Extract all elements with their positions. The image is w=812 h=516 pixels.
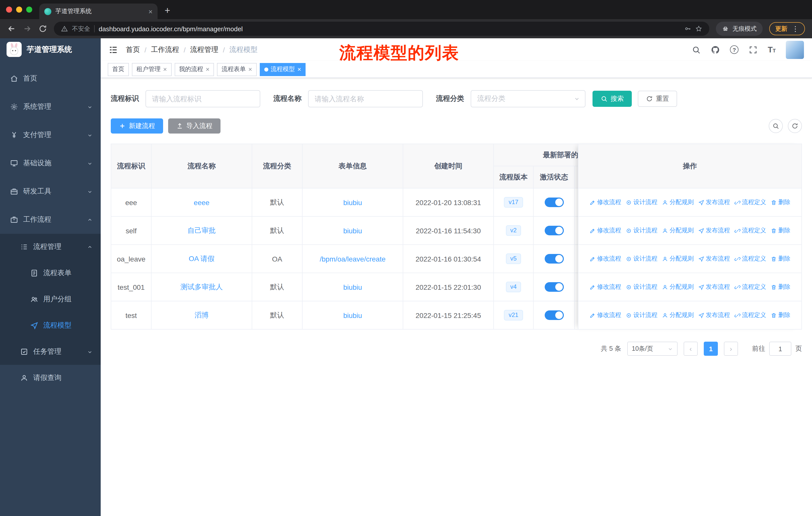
design-process-action[interactable]: 设计流程 xyxy=(626,226,658,235)
github-icon[interactable] xyxy=(711,45,720,54)
sidebar-item-process-model[interactable]: 流程模型 xyxy=(0,313,101,338)
breadcrumb-workflow[interactable]: 工作流程 xyxy=(151,45,179,54)
close-icon[interactable]: × xyxy=(163,66,167,73)
process-name-link[interactable]: OA 请假 xyxy=(189,254,215,262)
sidebar-item-leave-query[interactable]: 请假查询 xyxy=(0,365,101,391)
search-button[interactable]: 搜索 xyxy=(592,91,632,107)
active-toggle[interactable] xyxy=(545,254,563,264)
breadcrumb-home[interactable]: 首页 xyxy=(126,45,140,54)
toggle-search-button[interactable] xyxy=(769,119,783,133)
sidebar-item-user-group[interactable]: 用户分组 xyxy=(0,286,101,313)
tag-tenant-mgmt[interactable]: 租户管理 × xyxy=(132,63,171,76)
design-process-action[interactable]: 设计流程 xyxy=(626,311,658,320)
active-toggle[interactable] xyxy=(545,226,563,235)
form-info-link[interactable]: /bpm/oa/leave/create xyxy=(320,255,386,263)
delete-action[interactable]: 删除 xyxy=(771,254,790,263)
security-label[interactable]: 不安全 xyxy=(72,24,90,33)
new-tab-button[interactable]: + xyxy=(165,5,170,16)
design-process-action[interactable]: 设计流程 xyxy=(626,283,658,291)
page-size-select[interactable]: 10条/页 xyxy=(627,342,677,356)
publish-process-action[interactable]: 发布流程 xyxy=(698,198,730,207)
process-name-link[interactable]: eeee xyxy=(194,198,209,206)
active-toggle[interactable] xyxy=(545,197,563,207)
sidebar-item-process-mgmt[interactable]: 流程管理 xyxy=(0,234,101,260)
publish-process-action[interactable]: 发布流程 xyxy=(698,226,730,235)
sidebar-item-system[interactable]: 系统管理 xyxy=(0,93,101,121)
modify-process-action[interactable]: 修改流程 xyxy=(589,226,621,235)
tag-home[interactable]: 首页 xyxy=(108,63,129,76)
form-info-link[interactable]: biubiu xyxy=(343,226,362,235)
publish-process-action[interactable]: 发布流程 xyxy=(698,283,730,291)
update-chip[interactable]: 更新 ⋮ xyxy=(769,22,805,35)
process-definition-action[interactable]: 流程定义 xyxy=(734,311,766,320)
create-process-button[interactable]: 新建流程 xyxy=(111,118,163,134)
active-toggle[interactable] xyxy=(545,282,563,292)
window-close-button[interactable] xyxy=(6,6,12,12)
url-text[interactable]: dashboard.yudao.iocoder.cn/bpm/manager/m… xyxy=(99,25,680,32)
goto-page-input[interactable] xyxy=(769,342,791,356)
hamburger-fold-icon[interactable] xyxy=(109,45,118,54)
close-icon[interactable]: × xyxy=(206,66,209,73)
tag-my-process[interactable]: 我的流程 × xyxy=(174,63,214,76)
import-process-button[interactable]: 导入流程 xyxy=(168,118,221,134)
active-toggle[interactable] xyxy=(545,310,563,320)
sidebar-item-process-form[interactable]: 流程表单 xyxy=(0,260,101,286)
back-icon[interactable] xyxy=(7,24,16,33)
address-bar[interactable]: 不安全 dashboard.yudao.iocoder.cn/bpm/manag… xyxy=(54,22,709,36)
tag-process-form[interactable]: 流程表单 × xyxy=(217,63,257,76)
process-definition-action[interactable]: 流程定义 xyxy=(734,198,766,207)
help-icon[interactable]: ? xyxy=(730,45,738,54)
sidebar-item-devtools[interactable]: 研发工具 xyxy=(0,178,101,206)
design-process-action[interactable]: 设计流程 xyxy=(626,254,658,263)
reload-icon[interactable] xyxy=(38,24,47,33)
process-name-link[interactable]: 自己审批 xyxy=(187,226,216,234)
publish-process-action[interactable]: 发布流程 xyxy=(698,311,730,320)
form-info-link[interactable]: biubiu xyxy=(343,198,362,206)
delete-action[interactable]: 删除 xyxy=(771,198,790,207)
delete-action[interactable]: 删除 xyxy=(771,311,790,320)
sidebar-item-home[interactable]: 首页 xyxy=(0,64,101,93)
modify-process-action[interactable]: 修改流程 xyxy=(589,254,621,263)
tab-close-icon[interactable]: × xyxy=(148,8,152,15)
process-definition-action[interactable]: 流程定义 xyxy=(734,226,766,235)
close-icon[interactable]: × xyxy=(297,66,301,73)
modify-process-action[interactable]: 修改流程 xyxy=(589,311,621,320)
sidebar-item-task-mgmt[interactable]: 任务管理 xyxy=(0,338,101,365)
reset-button[interactable]: 重置 xyxy=(638,91,677,107)
window-zoom-button[interactable] xyxy=(26,6,32,12)
refresh-table-button[interactable] xyxy=(788,119,802,133)
assign-rule-action[interactable]: 分配规则 xyxy=(662,198,694,207)
prev-page-button[interactable]: ‹ xyxy=(684,342,698,356)
breadcrumb-process-mgmt[interactable]: 流程管理 xyxy=(190,45,219,54)
next-page-button[interactable]: › xyxy=(724,342,738,356)
form-info-link[interactable]: biubiu xyxy=(343,283,362,291)
browser-tab[interactable]: 芋道管理系统 × xyxy=(39,3,157,19)
process-name-link[interactable]: 测试多审批人 xyxy=(180,282,223,291)
sidebar-item-infra[interactable]: 基础设施 xyxy=(0,149,101,178)
sidebar-item-workflow[interactable]: 工作流程 xyxy=(0,206,101,234)
process-name-link[interactable]: 滔博 xyxy=(195,311,209,319)
sidebar-item-payment[interactable]: 支付管理 xyxy=(0,121,101,149)
form-info-link[interactable]: biubiu xyxy=(343,311,362,319)
publish-process-action[interactable]: 发布流程 xyxy=(698,254,730,263)
modify-process-action[interactable]: 修改流程 xyxy=(589,198,621,207)
assign-rule-action[interactable]: 分配规则 xyxy=(662,311,694,320)
design-process-action[interactable]: 设计流程 xyxy=(626,198,658,207)
delete-action[interactable]: 删除 xyxy=(771,283,790,291)
search-icon[interactable] xyxy=(692,45,701,54)
modify-process-action[interactable]: 修改流程 xyxy=(589,283,621,291)
forward-icon[interactable] xyxy=(23,24,32,33)
page-1-button[interactable]: 1 xyxy=(704,342,718,356)
avatar[interactable] xyxy=(786,40,804,59)
fullscreen-icon[interactable] xyxy=(749,45,758,54)
process-definition-action[interactable]: 流程定义 xyxy=(734,254,766,263)
process-key-input[interactable] xyxy=(145,90,260,107)
assign-rule-action[interactable]: 分配规则 xyxy=(662,283,694,291)
password-key-icon[interactable] xyxy=(684,25,691,32)
assign-rule-action[interactable]: 分配规则 xyxy=(662,254,694,263)
window-minimize-button[interactable] xyxy=(16,6,22,12)
assign-rule-action[interactable]: 分配规则 xyxy=(662,226,694,235)
browser-menu-dots-icon[interactable]: ⋮ xyxy=(792,25,799,33)
category-select[interactable]: 流程分类 xyxy=(471,90,585,107)
process-name-input[interactable] xyxy=(308,90,423,107)
